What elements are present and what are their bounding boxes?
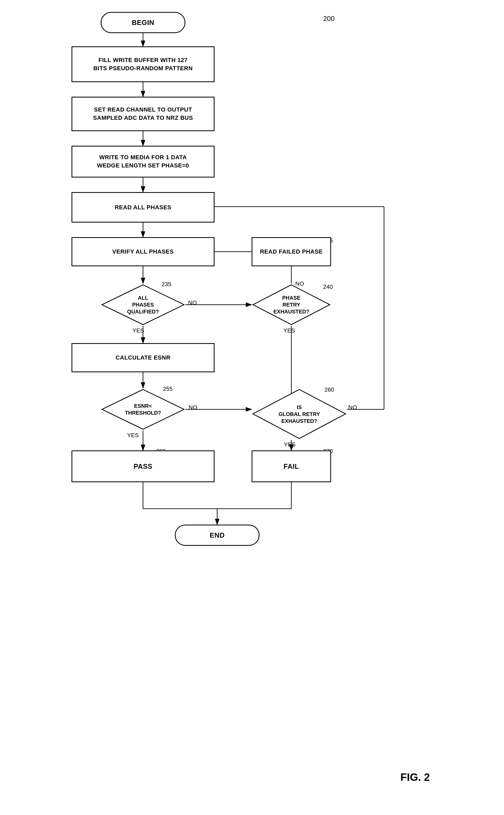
step245-box: READ FAILED PHASE [252, 237, 331, 266]
dec235-no-label: NO [188, 299, 197, 306]
flowchart-diagram: 200 BEGIN 210 FILL WRITE BUFFER WITH 127… [0, 0, 504, 815]
begin-node: BEGIN [101, 12, 185, 33]
step210-box: FILL WRITE BUFFER WITH 127 BITS PSEUDO-R… [72, 46, 215, 82]
dec255-no-label: NO [189, 404, 197, 411]
step230-box: VERIFY ALL PHASES [72, 237, 215, 266]
dec255-yes-label: YES [127, 432, 139, 439]
step265-box: PASS [72, 451, 215, 482]
end-node: END [175, 525, 260, 546]
dec240-diamond: PHASE RETRY EXHAUSTED? [252, 283, 331, 326]
figure-label: FIG. 2 [400, 771, 430, 783]
step270-box: FAIL [252, 451, 331, 482]
dec235-yes-label: YES [132, 327, 144, 334]
step225-box: READ ALL PHASES [72, 192, 215, 222]
dec240-no-label: NO [295, 280, 304, 287]
dec260-no-label: NO [348, 404, 357, 411]
step215-box: SET READ CHANNEL TO OUTPUT SAMPLED ADC D… [72, 97, 215, 131]
step220-box: WRITE TO MEDIA FOR 1 DATA WEDGE LENGTH S… [72, 146, 215, 177]
step250-box: CALCULATE ESNR [72, 343, 215, 372]
dec260-diamond: IS GLOBAL RETRY EXHAUSTED? [252, 388, 347, 440]
dec255-diamond: ESNR< THRESHOLD? [101, 388, 185, 431]
dec240-yes-label: YES [283, 327, 295, 334]
diagram-number: 200 [323, 15, 334, 23]
dec235-diamond: ALL PHASES QUALIFIED? [101, 283, 185, 326]
dec260-yes-label: YES [284, 441, 296, 448]
